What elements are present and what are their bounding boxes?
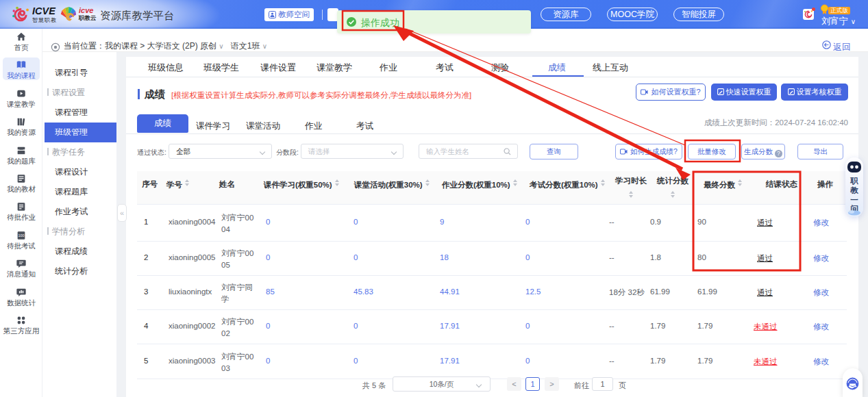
svg-text:100: 100 <box>18 233 25 238</box>
